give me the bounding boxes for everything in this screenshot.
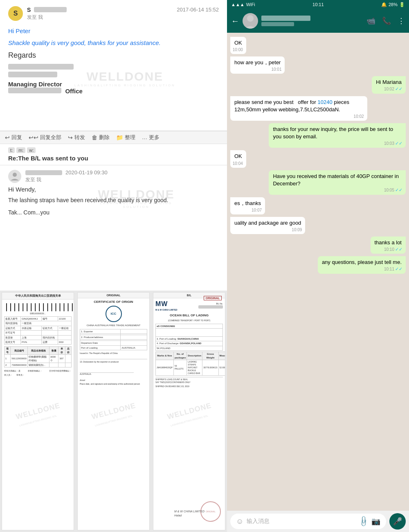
voice-call-button[interactable]: 📞	[382, 16, 391, 25]
bl-table: aS CONSIGNEE 3. Port of Loading: SHANGHA…	[155, 324, 223, 351]
menu-button[interactable]: ⋮	[398, 16, 405, 25]
msg-time-3: 10:02 ✓✓	[384, 86, 402, 92]
sig-blurred-3	[8, 88, 61, 93]
email1-regards: Regards	[8, 51, 219, 60]
email2-subject-bar: t: m: w: Re:The B/L was sent to you	[0, 144, 227, 165]
more-btn[interactable]: … 更多	[142, 134, 160, 141]
forward-icon: ↪	[68, 134, 73, 141]
message-7: Have you received the materials of 40GP …	[269, 170, 406, 195]
contact-name-blurred	[261, 16, 310, 21]
reply-all-icon: ↩↩	[29, 134, 38, 141]
msg-time-5: 10:03 ✓✓	[384, 140, 402, 147]
svg-point-0	[13, 173, 17, 177]
bl-title: OCEAN BILL OF LADING	[155, 313, 223, 318]
message-8: es，thanks 10:07	[230, 197, 265, 214]
sig-office: Office	[65, 88, 83, 95]
status-time: 10:11	[312, 2, 324, 7]
email2-content: The lashing straps have been received,th…	[8, 197, 219, 203]
status-right: 🔔 28% 🔋	[381, 2, 405, 7]
reply-btn[interactable]: ↩ 回复	[5, 134, 22, 141]
chat-input-bar: ☺ 输入消息 📎 📷 🎤	[227, 511, 409, 532]
label-w: w:	[27, 147, 36, 153]
email2-sender-blurred	[25, 170, 62, 175]
message-1: OK 10:00	[230, 37, 246, 54]
msg-time-1: 10:00	[233, 47, 243, 53]
email-toolbar: ↩ 回复 ↩↩ 回复全部 ↪ 转发 🗑 删除 📁 整理 … 更多	[0, 131, 227, 144]
sender2-avatar	[8, 170, 21, 183]
label-t: t:	[8, 147, 15, 153]
subject-labels: t: m: w:	[8, 147, 219, 153]
cert-title: CERTIFICATE OF ORIGIN	[80, 300, 147, 304]
message-5: thanks for your new inquiry, the price w…	[269, 123, 406, 148]
email1-body: Hi Peter Shackle quality is very good, t…	[8, 23, 219, 99]
email1-greeting: Hi Peter	[8, 27, 219, 34]
bl-cargo-table: Marks & NosNo. of packagesDescriptionGro…	[155, 352, 225, 376]
message-2: how are you，peter 10:01	[230, 56, 285, 74]
reply-all-btn[interactable]: ↩↩ 回复全部	[29, 134, 61, 141]
wa-actions: 📹 📞 ⋮	[366, 16, 405, 25]
msg-time-9: 10:09	[292, 227, 302, 233]
sender-avatar: S	[8, 6, 23, 21]
cert-doc-body: CERTIFICATE OF ORIGIN ICC CHINA AUSTRALI…	[78, 298, 149, 387]
bl-doc: B/L MW M & W CHINA LIMITED B/L No. OCEAN…	[153, 292, 225, 530]
bl-company: M & W CHINA LIMITED	[155, 309, 178, 311]
cert-body: CHINA AUSTRALIA FREE TRADE AGREEMENT	[80, 324, 147, 327]
message-9: uality and package are good 10:09	[230, 217, 305, 234]
customs-watermark: WELLDONE	[15, 401, 61, 421]
contact-avatar	[243, 13, 258, 29]
docs-row: 中华人民共和国海关出口贸易报关单 |||||||||||||||||||||||…	[0, 291, 227, 532]
forward-btn[interactable]: ↪ 转发	[68, 134, 85, 141]
attachment-icon[interactable]: 📎	[357, 515, 370, 527]
cert-watermark: WELLDONE	[90, 401, 137, 421]
emoji-icon[interactable]: ☺	[236, 517, 243, 526]
email1-signature: Managing Director Office	[8, 64, 219, 95]
message-4: please send me you best offer for 10240 …	[230, 96, 367, 121]
signal-icon: ▲▲▲	[231, 2, 245, 7]
cert-doc-header: ORIGINAL	[78, 293, 149, 298]
organize-btn[interactable]: 📁 整理	[116, 134, 135, 141]
chat-area: OK 10:00 how are you，peter 10:01 Hi Mari…	[227, 33, 409, 511]
customs-barcode-num: E8B100000030...	[4, 312, 72, 315]
customs-table: 备案入账号GINZQ0604KJ编号22100 境内货源地一般贸易 运输方式水路…	[4, 316, 72, 345]
bl-logo-area: MW M & W CHINA LIMITED	[155, 300, 178, 311]
mic-icon: 🎤	[393, 517, 402, 526]
email2-subject-title: Re:The B/L was sent to you	[8, 155, 219, 162]
msg-time-6: 10:04	[233, 161, 243, 167]
message-10: thanks a lot 10:10 ✓✓	[371, 237, 406, 254]
battery-icon: 🔋	[399, 2, 405, 7]
svg-point-1	[247, 15, 254, 22]
folder-icon: 📁	[116, 134, 123, 141]
cert-watermark-sub: LASHING&LIFTING RIGGING SOL	[94, 415, 133, 427]
mic-button[interactable]: 🎤	[389, 513, 406, 530]
msg-time-10: 10:10 ✓✓	[384, 246, 402, 252]
cert-doc: ORIGINAL CERTIFICATE OF ORIGIN ICC CHINA…	[77, 292, 150, 530]
email2-greeting: Hi Wendy,	[8, 186, 219, 193]
email1-header: S S 2017-06-14 15:52 发至 我	[8, 6, 219, 21]
email1-container: S S 2017-06-14 15:52 发至 我 Hi Peter Shack…	[0, 0, 227, 131]
bl-subtitle: (COMBINED TRANSPORT / PORT TO PORT)	[155, 319, 223, 322]
bl-watermark: WELLDONE	[166, 401, 212, 421]
chat-input-placeholder: 输入消息	[247, 518, 356, 525]
wa-header: ← 📹 📞 ⋮	[227, 9, 409, 33]
documents-section: 中华人民共和国海关出口贸易报关单 |||||||||||||||||||||||…	[0, 291, 227, 532]
delete-btn[interactable]: 🗑 删除	[92, 134, 110, 141]
bl-doc-body: MW M & W CHINA LIMITED B/L No. OCEAN BIL…	[153, 298, 225, 389]
sig-blurred-1	[8, 64, 74, 70]
cert-issued: Issued in: The People's Republic of Chin…	[80, 352, 147, 355]
chat-input-box[interactable]: ☺ 输入消息 📎 📷	[230, 514, 386, 529]
barcode: |||||||||||||||||||||||||||||||	[4, 301, 72, 312]
msg-time-11: 10:11 ✓✓	[384, 266, 402, 272]
customs-doc-header: 中华人民共和国海关出口贸易报关单	[2, 293, 74, 300]
video-call-button[interactable]: 📹	[366, 16, 375, 25]
bl-footer: SHIPPER'S LOAD,COUNT & SEAL SAY TWO(2X20…	[155, 377, 223, 388]
camera-icon[interactable]: 📷	[371, 517, 380, 526]
email1-to: 发至 我	[27, 14, 219, 21]
bl-bl-number: B/L No.	[198, 302, 223, 309]
back-button[interactable]: ←	[231, 16, 239, 26]
msg-time-7: 10:05 ✓✓	[384, 187, 402, 193]
trash-icon: 🗑	[92, 134, 97, 141]
contact-info[interactable]	[261, 16, 363, 26]
bl-original-badge: ORIGINAL	[204, 296, 222, 300]
label-m: m:	[16, 147, 25, 153]
email2-header: 2020-01-19 09:30 发至 我	[8, 169, 219, 183]
